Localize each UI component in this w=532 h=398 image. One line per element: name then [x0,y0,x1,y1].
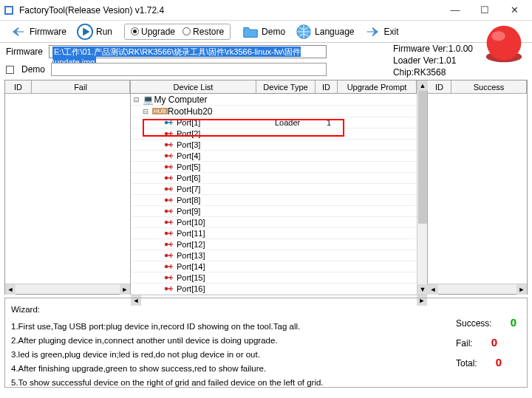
start-big-button[interactable] [483,24,525,65]
radio-icon [183,27,191,35]
usb-icon [164,163,173,171]
folder-icon [242,24,259,40]
demo-label: Demo [262,27,285,37]
success-grid-body [428,94,527,284]
stats-fail-value: 0 [475,333,497,352]
tree-port[interactable]: Port[10] [131,217,417,228]
tree-port[interactable]: Port[15] [131,272,417,284]
tree-port[interactable]: Port[8] [131,195,417,206]
toolbar: Firmware Run Upgrade Restore Demo Langua… [0,21,532,43]
header-upgrade-prompt: Upgrade Prompt [338,80,417,93]
tree-port[interactable]: Port[6] [131,173,417,184]
fail-header-id: ID [5,80,32,93]
firmware-button[interactable]: Firmware [6,22,71,41]
arrow-left-icon [10,24,27,40]
firmware-path-input[interactable]: E:\工作\01.产品测试\RK\RK3566\烧录工具\固件\rk3566-l… [49,45,327,58]
tree-port[interactable]: Port[5] [131,162,417,173]
wizard-panel: Wizard: 1.First use,Tag USB port:plug de… [4,298,528,388]
tree-port[interactable]: Port[13] [131,250,417,261]
tree-root[interactable]: ⊟ 💻 My Computer [131,94,417,106]
stats-fail-label: Fail: [456,338,473,349]
tree-hub[interactable]: ⊟ HUB RootHub20 [131,106,417,117]
firmware-label: Firmware [30,27,66,37]
run-label: Run [96,27,112,37]
arrow-right-icon [364,24,381,40]
scroll-down-icon[interactable]: ▼ [417,284,428,295]
firmware-field-label: Firmware [6,47,44,57]
usb-icon [164,252,173,259]
demo-path-input[interactable] [51,63,327,76]
usb-icon [164,230,173,237]
tree-port[interactable]: Port[9] [131,206,417,217]
wizard-line: 2.After pluging device in,connect anothe… [11,334,521,348]
svg-point-6 [491,31,505,41]
usb-icon [164,119,173,126]
scrollbar-horizontal[interactable]: ◄ ► [428,284,527,294]
scrollbar-horizontal[interactable]: ◄ ► [5,284,130,294]
scroll-thumb[interactable] [418,91,427,224]
stats-total-label: Total: [456,358,477,368]
exit-label: Exit [383,27,398,37]
globe-icon [296,24,312,40]
tree-port[interactable]: Port[12] [131,239,417,250]
usb-icon [164,196,173,204]
scroll-left-icon[interactable]: ◄ [428,284,438,295]
scroll-right-icon[interactable]: ► [516,284,527,295]
close-button[interactable]: ✕ [499,2,529,18]
exit-button[interactable]: Exit [360,22,403,41]
play-icon [77,24,93,40]
scrollbar-horizontal[interactable]: ◄ ► [131,295,427,295]
success-header-success: Success [451,80,527,93]
header-device-list: Device List [131,80,256,93]
demo-checkbox[interactable] [6,66,14,74]
main-grid-area: ID Fail ◄ ► Device List Device Type ID U… [4,80,528,295]
stats-success-value: 0 [494,313,516,332]
tree-port[interactable]: Port[14] [131,261,417,272]
scrollbar-vertical[interactable]: ▲ ▼ [417,80,427,295]
fail-grid: ID Fail ◄ ► [5,80,131,294]
app-icon [3,4,15,16]
svg-rect-1 [6,7,12,13]
maximize-button[interactable]: ☐ [470,2,499,18]
tree-port[interactable]: Port[16] [131,284,417,295]
stats-block: Success: 0 Fail: 0 Total: 0 [456,313,516,373]
svg-point-5 [487,26,522,61]
demo-button[interactable]: Demo [238,22,290,41]
upgrade-radio[interactable]: Upgrade [131,27,175,37]
usb-icon [164,219,173,226]
usb-icon [164,285,173,292]
usb-icon [164,174,173,182]
tree-port[interactable]: Port[3] [131,140,417,151]
firmware-row: Firmware E:\工作\01.产品测试\RK\RK3566\烧录工具\固件… [0,43,332,61]
usb-icon [164,207,173,215]
tree-port[interactable]: Port[7] [131,184,417,195]
usb-icon [164,141,173,148]
tree-port[interactable]: Port[11] [131,228,417,239]
success-grid: ID Success ◄ ► [427,80,527,294]
fail-grid-body [5,94,130,284]
wizard-heading: Wizard: [11,303,521,317]
language-button[interactable]: Language [291,22,358,41]
tree-port[interactable]: Port[4] [131,151,417,162]
run-button[interactable]: Run [72,22,117,41]
title-bar: FactoryTool(Release Vesion) v1.72.4 — ☐ … [0,0,532,21]
wizard-line: 5.To show successful device on the right… [11,376,521,390]
loader-version: Loader Ver:1.01 [393,55,473,66]
scroll-left-icon[interactable]: ◄ [5,284,16,295]
scroll-right-icon[interactable]: ► [120,284,130,295]
firmware-version: Firmware Ver:1.0.00 [393,43,473,55]
header-id: ID [316,80,338,93]
demo-row: Demo [0,61,332,78]
tree-port[interactable]: Port[1] Loader 1 [131,117,417,128]
hub-icon: HUB [152,108,168,114]
minimize-button[interactable]: — [440,2,470,18]
device-tree[interactable]: ⊟ 💻 My Computer ⊟ HUB RootHub20 Port[1] … [131,94,417,295]
scroll-up-icon[interactable]: ▲ [417,80,428,91]
version-info: Firmware Ver:1.0.00 Loader Ver:1.01 Chip… [393,43,473,78]
wizard-line: 4.After finishing upgrade,green to show … [11,362,521,376]
tree-port[interactable]: Port[2] [131,128,417,140]
restore-radio[interactable]: Restore [183,27,224,37]
wizard-line: 3.led is green,plug device in;led is red… [11,348,521,362]
stats-total-value: 0 [480,353,502,372]
window-title: FactoryTool(Release Vesion) v1.72.4 [19,5,440,16]
